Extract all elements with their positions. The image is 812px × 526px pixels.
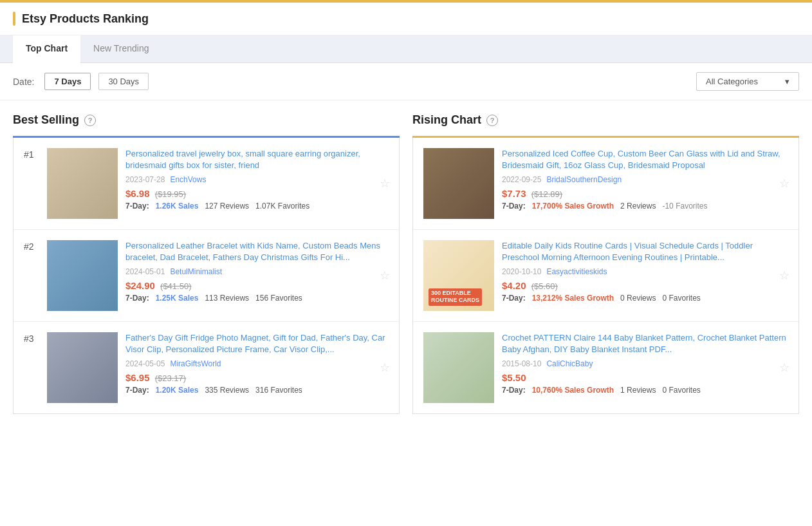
best-selling-column: Best Selling ? #1 Personalized travel je… bbox=[13, 113, 400, 414]
table-row: #1 Personalized travel jewelry box, smal… bbox=[14, 138, 399, 230]
best-selling-help-icon[interactable]: ? bbox=[84, 115, 96, 126]
product-stats: 7-Day: 1.20K Sales 335 Reviews 316 Favor… bbox=[125, 386, 389, 395]
rising-chart-title: Rising Chart bbox=[412, 113, 481, 127]
title-accent bbox=[13, 12, 15, 26]
product-meta: 2024-05-01 BetulMinimalist bbox=[125, 267, 389, 276]
rank-number: #2 bbox=[24, 240, 39, 252]
product-shop[interactable]: MiraGiftsWorld bbox=[170, 359, 221, 368]
favorite-star-icon[interactable]: ☆ bbox=[779, 361, 789, 375]
main-content: Best Selling ? #1 Personalized travel je… bbox=[0, 100, 812, 427]
product-meta: 2023-07-28 EnchVows bbox=[125, 175, 389, 184]
product-date: 2022-09-25 bbox=[502, 175, 541, 184]
product-date: 2023-07-28 bbox=[125, 175, 165, 184]
product-date: 2024-05-01 bbox=[125, 267, 165, 276]
favorite-star-icon[interactable]: ☆ bbox=[779, 268, 789, 283]
tabs-bar: Top Chart New Trending bbox=[0, 35, 812, 63]
product-image bbox=[47, 332, 118, 403]
product-image bbox=[47, 240, 118, 311]
product-image bbox=[423, 148, 494, 219]
product-meta: 2020-10-10 Easyactivitieskids bbox=[502, 267, 788, 276]
product-date: 2015-08-10 bbox=[502, 359, 541, 368]
product-shop[interactable]: EnchVows bbox=[170, 175, 206, 184]
product-title[interactable]: Personalized Iced Coffee Cup, Custom Bee… bbox=[502, 148, 788, 171]
product-title[interactable]: Personalized travel jewelry box, small s… bbox=[125, 148, 389, 171]
product-info: Personalized Iced Coffee Cup, Custom Bee… bbox=[502, 148, 788, 211]
rank-number: #1 bbox=[24, 148, 39, 160]
filter-bar: Date: 7 Days 30 Days All Categories ▾ bbox=[0, 63, 812, 100]
product-price: $24.90 ($41.50) bbox=[125, 280, 389, 291]
product-info: Personalized Leather Bracelet with Kids … bbox=[125, 240, 389, 303]
product-stats: 7-Day: 13,212% Sales Growth 0 Reviews 0 … bbox=[502, 294, 788, 303]
product-stats: 7-Day: 1.26K Sales 127 Reviews 1.07K Fav… bbox=[125, 202, 389, 211]
product-title[interactable]: Editable Daily Kids Routine Cards | Visu… bbox=[502, 240, 788, 263]
product-info: Personalized travel jewelry box, small s… bbox=[125, 148, 389, 211]
chevron-down-icon: ▾ bbox=[785, 77, 789, 86]
product-title[interactable]: Crochet PATTERN Claire 144 Baby Blanket … bbox=[502, 332, 788, 355]
table-row: Personalized Iced Coffee Cup, Custom Bee… bbox=[413, 138, 798, 230]
best-selling-header: Best Selling ? bbox=[13, 113, 400, 127]
product-meta: 2022-09-25 BridalSouthernDesign bbox=[502, 175, 788, 184]
product-shop[interactable]: BetulMinimalist bbox=[170, 267, 222, 276]
table-row: #3 Father's Day Gift Fridge Photo Magnet… bbox=[14, 322, 399, 413]
page-title-bar: Etsy Products Ranking bbox=[0, 3, 812, 35]
date-btn-7days[interactable]: 7 Days bbox=[44, 73, 91, 90]
rising-chart-header: Rising Chart ? bbox=[412, 113, 799, 127]
product-date: 2024-05-05 bbox=[125, 359, 165, 368]
product-image: 300 EDITABLEROUTINE CARDS bbox=[423, 240, 494, 311]
page-title: Etsy Products Ranking bbox=[22, 12, 149, 26]
favorite-star-icon[interactable]: ☆ bbox=[380, 268, 390, 283]
product-image bbox=[423, 332, 494, 403]
product-shop[interactable]: BridalSouthernDesign bbox=[546, 175, 622, 184]
product-price: $6.98 ($19.95) bbox=[125, 188, 389, 199]
rising-chart-help-icon[interactable]: ? bbox=[486, 115, 498, 126]
date-filter-label: Date: bbox=[13, 77, 34, 87]
rising-chart-list: Personalized Iced Coffee Cup, Custom Bee… bbox=[412, 138, 799, 414]
product-shop[interactable]: CaliChicBaby bbox=[546, 359, 593, 368]
product-image bbox=[47, 148, 118, 219]
best-selling-title: Best Selling bbox=[13, 113, 79, 127]
product-price: $5.50 bbox=[502, 372, 788, 383]
rising-chart-column: Rising Chart ? Personalized Iced Coffee … bbox=[412, 113, 799, 414]
product-stats: 7-Day: 1.25K Sales 113 Reviews 156 Favor… bbox=[125, 294, 389, 303]
favorite-star-icon[interactable]: ☆ bbox=[779, 176, 789, 191]
product-price: $4.20 ($5.60) bbox=[502, 280, 788, 291]
product-meta: 2015-08-10 CaliChicBaby bbox=[502, 359, 788, 368]
table-row: 300 EDITABLEROUTINE CARDS Editable Daily… bbox=[413, 230, 798, 322]
date-btn-30days[interactable]: 30 Days bbox=[98, 73, 149, 90]
tab-top-chart[interactable]: Top Chart bbox=[13, 35, 80, 63]
product-date: 2020-10-10 bbox=[502, 267, 541, 276]
product-price: $6.95 ($23.17) bbox=[125, 372, 389, 383]
product-meta: 2024-05-05 MiraGiftsWorld bbox=[125, 359, 389, 368]
rank-number: #3 bbox=[24, 332, 39, 344]
product-info: Father's Day Gift Fridge Photo Magnet, G… bbox=[125, 332, 389, 395]
favorite-star-icon[interactable]: ☆ bbox=[380, 361, 390, 375]
product-badge: 300 EDITABLEROUTINE CARDS bbox=[429, 288, 482, 306]
table-row: #2 Personalized Leather Bracelet with Ki… bbox=[14, 230, 399, 322]
product-price: $7.73 ($12.89) bbox=[502, 188, 788, 199]
category-label: All Categories bbox=[706, 77, 758, 86]
product-title[interactable]: Father's Day Gift Fridge Photo Magnet, G… bbox=[125, 332, 389, 355]
product-info: Crochet PATTERN Claire 144 Baby Blanket … bbox=[502, 332, 788, 395]
product-stats: 7-Day: 10,760% Sales Growth 1 Reviews 0 … bbox=[502, 386, 788, 395]
tab-new-trending[interactable]: New Trending bbox=[80, 35, 161, 63]
favorite-star-icon[interactable]: ☆ bbox=[380, 176, 390, 191]
product-shop[interactable]: Easyactivitieskids bbox=[546, 267, 607, 276]
product-info: Editable Daily Kids Routine Cards | Visu… bbox=[502, 240, 788, 303]
product-title[interactable]: Personalized Leather Bracelet with Kids … bbox=[125, 240, 389, 263]
category-dropdown[interactable]: All Categories ▾ bbox=[696, 72, 799, 91]
table-row: Crochet PATTERN Claire 144 Baby Blanket … bbox=[413, 322, 798, 413]
product-stats: 7-Day: 17,700% Sales Growth 2 Reviews -1… bbox=[502, 202, 788, 211]
best-selling-list: #1 Personalized travel jewelry box, smal… bbox=[13, 138, 400, 414]
